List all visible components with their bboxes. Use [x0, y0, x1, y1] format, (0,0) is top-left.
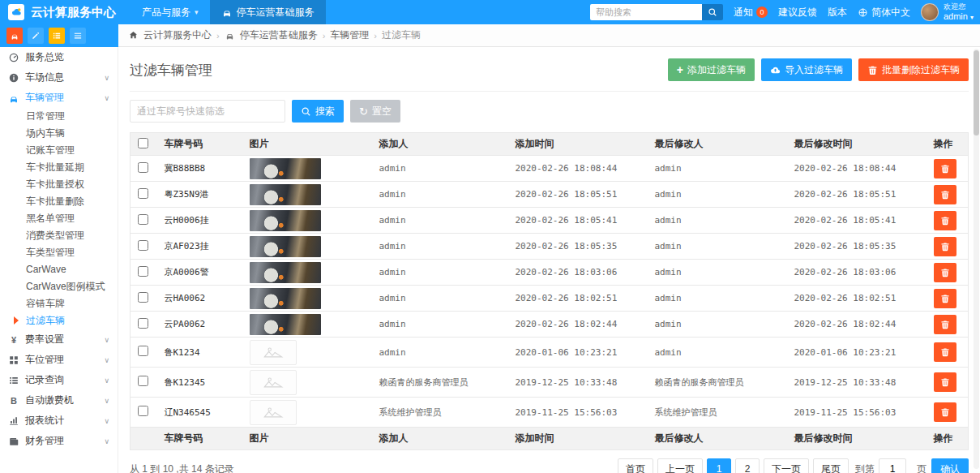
- plate-filter-input[interactable]: [130, 100, 285, 123]
- row-checkbox[interactable]: [138, 346, 148, 356]
- menu-icon[interactable]: [70, 28, 86, 44]
- sidebar-subitem[interactable]: 黑名单管理: [0, 210, 118, 227]
- vehicle-photo[interactable]: [250, 210, 321, 231]
- sidebar-item-auto-pay[interactable]: B 自动缴费机 ∨: [0, 390, 118, 411]
- sidebar-item-space-mgmt[interactable]: 车位管理 ∨: [0, 350, 118, 370]
- sidebar-subitem[interactable]: 过滤车辆: [0, 312, 118, 329]
- logo-icon: [8, 4, 24, 20]
- delete-button[interactable]: [934, 211, 956, 230]
- sidebar-item-record-query[interactable]: 记录查询 ∨: [0, 370, 118, 390]
- notice-link[interactable]: 通知 0: [734, 6, 768, 19]
- delete-button[interactable]: [934, 237, 956, 256]
- row-checkbox[interactable]: [138, 162, 148, 173]
- list-tab-icon[interactable]: [49, 28, 65, 44]
- filter-vehicle-table: 车牌号码 图片 添加人 添加时间 最后修改人 最后修改时间 操作 冀B88BB8: [130, 132, 969, 450]
- page-button-1[interactable]: 1: [707, 458, 731, 473]
- delete-button[interactable]: [934, 159, 956, 178]
- sidebar-subitem[interactable]: CarWave图例模式: [0, 278, 118, 295]
- sidebar-subitem[interactable]: 日常管理: [0, 108, 118, 125]
- added-time-cell: 2020-02-26 18:02:51: [507, 286, 647, 312]
- operation-cell: [926, 368, 969, 398]
- refresh-icon: ↻: [359, 106, 368, 117]
- row-checkbox[interactable]: [138, 292, 148, 303]
- delete-button[interactable]: [934, 263, 956, 282]
- sidebar-item-finance[interactable]: 财务管理 ∨: [0, 431, 118, 451]
- breadcrumb-item[interactable]: 车辆管理: [330, 28, 369, 42]
- first-page-button[interactable]: 首页: [618, 458, 653, 473]
- sidebar-subitem[interactable]: 场内车辆: [0, 125, 118, 142]
- nav-products[interactable]: 产品与服务 ▾: [131, 0, 210, 24]
- delete-button[interactable]: [934, 315, 956, 334]
- modifier-cell: 系统维护管理员: [647, 398, 786, 428]
- app-logo[interactable]: 云计算服务中心: [0, 4, 124, 20]
- scrollbar[interactable]: [974, 49, 979, 469]
- vehicle-photo[interactable]: [250, 314, 321, 335]
- sidebar-subitem[interactable]: 车卡批量延期: [0, 159, 118, 176]
- page-button-2[interactable]: 2: [735, 458, 760, 473]
- search-icon: [301, 106, 311, 117]
- sidebar-subitem[interactable]: 车卡批量授权: [0, 176, 118, 193]
- row-checkbox[interactable]: [138, 188, 148, 199]
- delete-button[interactable]: [934, 185, 956, 204]
- sidebar-subitem[interactable]: 记账车管理: [0, 142, 118, 159]
- row-checkbox[interactable]: [138, 376, 148, 386]
- row-checkbox[interactable]: [138, 318, 148, 329]
- sidebar-subitem[interactable]: 消费类型管理: [0, 227, 118, 244]
- sidebar-subitem[interactable]: 容错车牌: [0, 295, 118, 312]
- sidebar-subitem[interactable]: CarWave: [0, 261, 118, 278]
- table-search-button[interactable]: 搜索: [292, 100, 344, 123]
- batch-delete-button[interactable]: 批量删除过滤车辆: [858, 58, 969, 81]
- import-filter-vehicle-button[interactable]: 导入过滤车辆: [761, 58, 852, 81]
- vehicle-photo[interactable]: [250, 184, 321, 205]
- goto-page-input[interactable]: [879, 458, 906, 473]
- search-input[interactable]: [590, 4, 702, 20]
- vehicle-submenu: 日常管理 场内车辆 记账车管理 车卡批量延期 车卡批量授权 车卡批量删除 黑名单…: [0, 108, 118, 329]
- operation-cell: [926, 156, 969, 182]
- adder-cell: admin: [371, 286, 507, 312]
- sidebar-subitem[interactable]: 车类型管理: [0, 244, 118, 261]
- sidebar-subitem[interactable]: 车卡批量删除: [0, 193, 118, 210]
- sidebar-item-overview[interactable]: 服务总览: [0, 47, 118, 67]
- add-filter-vehicle-button[interactable]: + 添加过滤车辆: [668, 58, 755, 81]
- vehicle-photo[interactable]: [250, 262, 321, 283]
- prev-page-button[interactable]: 上一页: [657, 458, 703, 473]
- delete-button[interactable]: [934, 402, 956, 422]
- car-tab-icon[interactable]: [6, 28, 23, 44]
- vehicle-photo[interactable]: [250, 236, 321, 257]
- user-menu[interactable]: 欢迎您 admin ▾: [921, 3, 974, 22]
- sidebar-item-rate-settings[interactable]: ¥ 费率设置 ∨: [0, 329, 118, 350]
- row-checkbox[interactable]: [138, 266, 148, 277]
- delete-button[interactable]: [934, 372, 956, 392]
- breadcrumb: 云计算服务中心 › 停车运营基础服务 › 车辆管理 › 过滤车辆: [118, 24, 980, 47]
- breadcrumb-item[interactable]: 停车运营基础服务: [240, 28, 318, 42]
- version-link[interactable]: 版本: [828, 6, 847, 19]
- scrollbar-thumb[interactable]: [974, 50, 979, 135]
- select-all-checkbox[interactable]: [138, 138, 148, 148]
- chevron-down-icon: ∨: [104, 356, 109, 364]
- row-checkbox[interactable]: [138, 214, 148, 225]
- feedback-link[interactable]: 建议反馈: [778, 6, 817, 19]
- reset-button[interactable]: ↻ 置空: [350, 100, 400, 123]
- confirm-button[interactable]: 确认: [931, 458, 969, 473]
- vehicle-photo[interactable]: [250, 288, 321, 309]
- search-button[interactable]: [702, 4, 723, 20]
- row-checkbox[interactable]: [138, 240, 148, 251]
- breadcrumb-item[interactable]: 云计算服务中心: [143, 28, 212, 42]
- sidebar-item-lot-info[interactable]: 车场信息 ∨: [0, 67, 118, 88]
- row-checkbox[interactable]: [138, 406, 148, 416]
- last-page-button[interactable]: 尾页: [813, 458, 849, 473]
- chevron-down-icon: ∨: [104, 417, 109, 425]
- modified-time-cell: 2020-02-26 18:05:51: [786, 182, 926, 208]
- sidebar-item-reports[interactable]: 报表统计 ∨: [0, 411, 118, 431]
- edit-icon[interactable]: [28, 28, 44, 44]
- plate-cell: 辽N346545: [156, 398, 242, 428]
- language-link[interactable]: 简体中文: [858, 6, 910, 19]
- delete-button[interactable]: [934, 342, 956, 362]
- nav-parking-service[interactable]: 停车运营基础服务: [210, 0, 326, 24]
- next-page-button[interactable]: 下一页: [764, 458, 809, 473]
- sidebar-item-vehicle-mgmt[interactable]: 车辆管理 ∨: [0, 88, 118, 108]
- image-cell: [242, 368, 371, 398]
- delete-button[interactable]: [934, 289, 956, 308]
- trash-icon: [940, 268, 950, 277]
- vehicle-photo[interactable]: [250, 158, 321, 179]
